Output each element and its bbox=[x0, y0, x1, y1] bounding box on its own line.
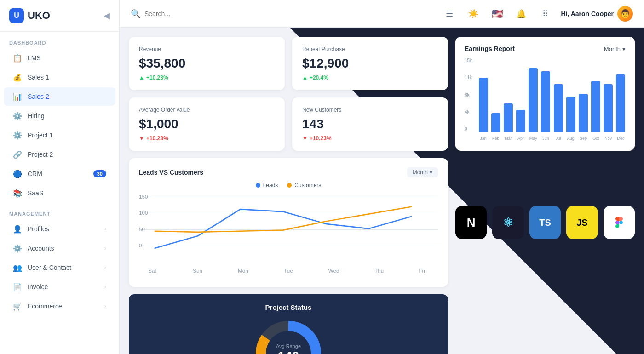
sidebar-item-invoice[interactable]: 📄 Invoice › bbox=[4, 278, 115, 296]
crm-badge: 30 bbox=[93, 170, 106, 177]
bar-group-feb: Feb bbox=[491, 58, 500, 141]
bar-label: Feb bbox=[492, 136, 500, 141]
donut-chart: Avg Range 140 bbox=[252, 317, 325, 354]
sidebar-item-lms[interactable]: 📋 LMS bbox=[4, 49, 115, 67]
sidebar-item-hiring[interactable]: ⚙️ Hiring bbox=[4, 107, 115, 125]
search-input[interactable] bbox=[144, 10, 236, 17]
bar bbox=[579, 94, 588, 132]
svg-text:Sun: Sun bbox=[193, 268, 202, 273]
stat-label: Repeat Purchase bbox=[302, 46, 438, 52]
apps-grid-button[interactable]: ⠿ bbox=[537, 6, 553, 22]
topbar: 🔍 ☰ ☀️ 🇺🇸 🔔 ⠿ Hi, Aaron Cooper 👨 bbox=[120, 0, 644, 28]
react-logo: ⚛ bbox=[492, 206, 523, 239]
y-axis-labels: 15k 11k 8k 4k 0 bbox=[465, 58, 472, 131]
sidebar-item-profiles[interactable]: 👤 Profiles › bbox=[4, 220, 115, 238]
bar-group-oct: Oct bbox=[591, 58, 601, 141]
stat-value: $35,800 bbox=[139, 56, 275, 71]
bar bbox=[529, 68, 538, 132]
bar-label: Jan bbox=[480, 136, 487, 141]
sales1-icon: 💰 bbox=[13, 73, 22, 82]
chevron-right-icon: › bbox=[104, 284, 106, 290]
chart-legend: Leads Customers bbox=[139, 182, 438, 188]
chevron-down-icon: ▾ bbox=[430, 169, 432, 176]
stat-label: New Customers bbox=[302, 107, 438, 113]
search-icon: 🔍 bbox=[131, 9, 141, 19]
sidebar-item-project2[interactable]: 🔗 Project 2 bbox=[4, 145, 115, 164]
logo-icon: U bbox=[9, 8, 24, 23]
sidebar-item-ecommerce[interactable]: 🛒 Ecommerce › bbox=[4, 297, 115, 315]
bar-group-aug: Aug bbox=[566, 58, 575, 141]
invoice-icon: 📄 bbox=[13, 282, 22, 291]
leads-month-filter[interactable]: Month ▾ bbox=[407, 167, 438, 177]
stat-value: $12,900 bbox=[302, 56, 438, 71]
leads-dot bbox=[256, 183, 260, 188]
sidebar-collapse-button[interactable]: ◀ bbox=[104, 11, 110, 21]
content-area: Revenue $35,800 ▲ +10.23% Repeat Purchas… bbox=[120, 28, 644, 354]
customers-dot bbox=[287, 183, 292, 188]
project-status-card: Project Status Avg Range 140 bbox=[129, 294, 448, 354]
stat-label: Average Order value bbox=[139, 107, 275, 113]
sidebar-item-crm[interactable]: 🔵 CRM 30 bbox=[4, 165, 115, 183]
bar-label: Oct bbox=[592, 136, 599, 141]
leads-chart-card: Leads VS Customers Month ▾ Leads Custome… bbox=[129, 158, 448, 287]
arrow-down-icon: ▼ bbox=[139, 135, 144, 142]
stat-value: $1,000 bbox=[139, 117, 275, 131]
svg-text:Fri: Fri bbox=[419, 268, 425, 273]
stat-change: ▼ +10.23% bbox=[139, 135, 275, 142]
bar-label: Nov bbox=[604, 136, 612, 141]
bar-group-jun: Jun bbox=[541, 58, 551, 141]
accounts-icon: ⚙️ bbox=[13, 244, 22, 253]
earnings-title: Earnings Report bbox=[465, 45, 515, 52]
bar-group-jul: Jul bbox=[553, 58, 563, 141]
hiring-icon: ⚙️ bbox=[13, 111, 22, 120]
sidebar-item-label: Invoice bbox=[28, 283, 48, 291]
svg-text:100: 100 bbox=[139, 210, 148, 215]
stat-cards-row-1: Revenue $35,800 ▲ +10.23% Repeat Purchas… bbox=[129, 37, 448, 90]
bar bbox=[554, 84, 563, 132]
stat-change: ▼ +10.23% bbox=[302, 135, 438, 142]
sidebar-item-sales1[interactable]: 💰 Sales 1 bbox=[4, 68, 115, 86]
sidebar-item-saas[interactable]: 📚 SaaS bbox=[4, 184, 115, 202]
sidebar-item-label: SaaS bbox=[28, 189, 43, 197]
sidebar-item-user-contact[interactable]: 👥 User & Contact › bbox=[4, 258, 115, 277]
bar-label: Jun bbox=[542, 136, 549, 141]
typescript-logo: TS bbox=[529, 206, 561, 239]
sidebar-item-label: Accounts bbox=[28, 245, 54, 252]
sidebar-logo: U UKO ◀ bbox=[0, 0, 119, 32]
chevron-right-icon: › bbox=[104, 264, 106, 271]
chevron-right-icon: › bbox=[104, 303, 106, 309]
svg-text:Wed: Wed bbox=[328, 268, 339, 273]
project-status-title: Project Status bbox=[265, 303, 312, 311]
sidebar-item-sales2[interactable]: 📊 Sales 2 bbox=[4, 87, 115, 106]
stat-cards-row-2: Average Order value $1,000 ▼ +10.23% New… bbox=[129, 97, 448, 151]
bar bbox=[516, 110, 525, 132]
line-chart: 150 100 50 0 Sat Sun Mon Tue Wed Thu Fri bbox=[139, 192, 438, 275]
bar-group-mar: Mar bbox=[503, 58, 513, 141]
legend-leads: Leads bbox=[256, 182, 278, 188]
donut-center: Avg Range 140 bbox=[276, 343, 301, 354]
bar-label: May bbox=[529, 136, 537, 141]
earnings-month-selector[interactable]: Month ▾ bbox=[604, 46, 626, 52]
sidebar-item-accounts[interactable]: ⚙️ Accounts › bbox=[4, 239, 115, 257]
bar bbox=[566, 97, 575, 132]
notifications-button[interactable]: 🔔 bbox=[513, 6, 529, 22]
sidebar-item-project1[interactable]: ⚙️ Project 1 bbox=[4, 126, 115, 144]
svg-text:150: 150 bbox=[139, 194, 148, 199]
sidebar-item-label: Profiles bbox=[28, 225, 49, 233]
bar-group-jan: Jan bbox=[478, 58, 488, 141]
main-area: 🔍 ☰ ☀️ 🇺🇸 🔔 ⠿ Hi, Aaron Cooper 👨 Revenue… bbox=[120, 0, 644, 354]
user-greeting[interactable]: Hi, Aaron Cooper 👨 bbox=[561, 6, 633, 22]
chevron-right-icon: › bbox=[104, 245, 106, 251]
earnings-header: Earnings Report Month ▾ bbox=[465, 45, 626, 52]
menu-button[interactable]: ☰ bbox=[441, 6, 458, 22]
donut-avg-value: 140 bbox=[276, 349, 301, 354]
language-button[interactable]: 🇺🇸 bbox=[489, 6, 506, 22]
topbar-actions: ☰ ☀️ 🇺🇸 🔔 ⠿ Hi, Aaron Cooper 👨 bbox=[441, 6, 633, 22]
sidebar: U UKO ◀ DASHBOARD 📋 LMS 💰 Sales 1 📊 Sale… bbox=[0, 0, 120, 354]
crm-icon: 🔵 bbox=[13, 169, 22, 178]
sidebar-item-label: Sales 1 bbox=[28, 74, 49, 81]
theme-toggle-button[interactable]: ☀️ bbox=[465, 6, 482, 22]
svg-text:Sat: Sat bbox=[148, 268, 156, 273]
logo: U UKO bbox=[9, 8, 50, 23]
bar-chart: 15k 11k 8k 4k 0 JanFebMarAprMayJunJulAug… bbox=[465, 58, 626, 141]
